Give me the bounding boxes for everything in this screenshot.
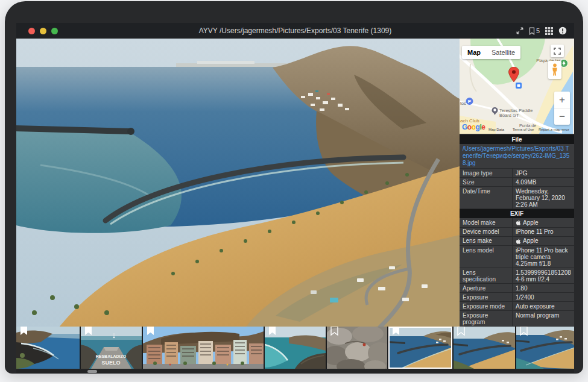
- titlebar: AYVY /Users/jagermesh/Pictures/Exports/0…: [16, 23, 574, 39]
- map-label-paddle: Teresitas Paddle Board GT: [499, 108, 542, 119]
- row-exposure: Exposure 1/2400: [460, 293, 574, 302]
- info-panel: P Playa de las Gavi Teresitas Paddle Boa…: [460, 39, 574, 328]
- exif-section-header: EXIF: [460, 209, 574, 218]
- bookmark-icon: [529, 27, 535, 35]
- row-model-make: Model make Apple: [460, 218, 574, 228]
- filmstrip: RESBALADIZO SUELO: [16, 327, 574, 369]
- svg-text:SUELO: SUELO: [101, 360, 120, 366]
- metadata-tables: File /Users/jagermesh/Pictures/Exports/0…: [460, 135, 574, 328]
- bookmark-icon[interactable]: [84, 327, 92, 336]
- photo-location-icon: [516, 83, 522, 89]
- report-error-link[interactable]: Report a map error: [539, 128, 569, 131]
- row-lens-make: Lens make Apple: [460, 237, 574, 246]
- row-exposure-mode: Exposure mode Auto exposure: [460, 302, 574, 311]
- map-type-control: Map Satellite: [462, 46, 520, 59]
- zoom-in-button[interactable]: +: [554, 92, 570, 108]
- map-widget[interactable]: P Playa de las Gavi Teresitas Paddle Boa…: [460, 39, 574, 134]
- apple-icon: [516, 219, 521, 226]
- map-label-tos: tos: [460, 101, 466, 106]
- google-logo: Google: [462, 123, 485, 131]
- expand-icon[interactable]: [516, 27, 523, 34]
- terms-link[interactable]: Terms of Use: [513, 128, 534, 131]
- filmstrip-scrollbar-track: [16, 369, 574, 373]
- window-title: AYVY /Users/jagermesh/Pictures/Exports/0…: [16, 27, 574, 35]
- row-exposure-program: Exposure program Normal program: [460, 311, 574, 327]
- map-button[interactable]: Map: [462, 49, 486, 56]
- map-marker-pin[interactable]: [508, 67, 519, 83]
- bookmark-icon[interactable]: [20, 327, 28, 336]
- pegman-icon: [551, 63, 558, 77]
- row-aperture: Aperture 1.80: [460, 284, 574, 293]
- thumbnail-beach-2[interactable]: [454, 327, 515, 369]
- row-device-model: Device model iPhone 11 Pro: [460, 228, 574, 237]
- bookmark-icon[interactable]: [147, 327, 154, 336]
- thumbnail-rocks[interactable]: [327, 327, 387, 369]
- grid-view-icon[interactable]: [545, 27, 553, 35]
- bookmarks-counter[interactable]: 5: [529, 27, 540, 35]
- row-lens-model: Lens model iPhone 11 Pro back triple cam…: [460, 246, 574, 268]
- parking-pin-icon: P: [466, 98, 473, 108]
- bookmark-icon[interactable]: [392, 327, 400, 336]
- thumbnail-city-buildings[interactable]: [143, 327, 264, 369]
- zoom-out-button[interactable]: −: [554, 108, 570, 125]
- thumbnail-beach-selected[interactable]: [388, 327, 452, 369]
- bookmark-icon[interactable]: [520, 327, 528, 336]
- row-size: Size 4.09MB: [460, 178, 574, 187]
- content-area: P Playa de las Gavi Teresitas Paddle Boa…: [16, 39, 574, 328]
- row-lens-spec: Lens specification 1.5399999618512084-6 …: [460, 268, 574, 284]
- bookmark-icon[interactable]: [330, 327, 338, 336]
- bookmark-count: 5: [536, 27, 540, 34]
- map-fullscreen-button[interactable]: [551, 45, 564, 57]
- paddle-marker-icon: [492, 107, 498, 116]
- satellite-button[interactable]: Satellite: [486, 49, 520, 56]
- map-data-link[interactable]: Map Data: [488, 128, 504, 131]
- apple-icon: [516, 238, 521, 245]
- bookmark-icon[interactable]: [268, 327, 276, 336]
- row-image-type: Image type JPG: [460, 169, 574, 178]
- app-window: AYVY /Users/jagermesh/Pictures/Exports/0…: [5, 1, 583, 374]
- thumbnail-teal-cove[interactable]: [265, 327, 326, 369]
- svg-text:P: P: [468, 99, 472, 104]
- bookmark-icon[interactable]: [457, 327, 465, 336]
- row-datetime: Date/Time Wednesday, February 12, 2020 2…: [460, 187, 574, 209]
- map-zoom-control: + −: [554, 92, 570, 125]
- pegman-control[interactable]: [548, 61, 561, 79]
- file-path-link[interactable]: /Users/jagermesh/Pictures/Exports/03 Ten…: [460, 144, 574, 169]
- photo-main[interactable]: [16, 39, 460, 328]
- svg-text:RESBALADIZO: RESBALADIZO: [96, 354, 127, 359]
- thumbnail-pier-suelo[interactable]: RESBALADIZO SUELO: [81, 327, 142, 369]
- file-section-header: File: [460, 135, 574, 144]
- filmstrip-scrollbar-thumb[interactable]: [87, 370, 97, 373]
- thumbnail-beach-3[interactable]: [516, 327, 574, 369]
- fullscreen-icon: [554, 48, 561, 55]
- info-icon[interactable]: [558, 27, 567, 35]
- thumbnail-black-sand-beach[interactable]: [16, 327, 80, 369]
